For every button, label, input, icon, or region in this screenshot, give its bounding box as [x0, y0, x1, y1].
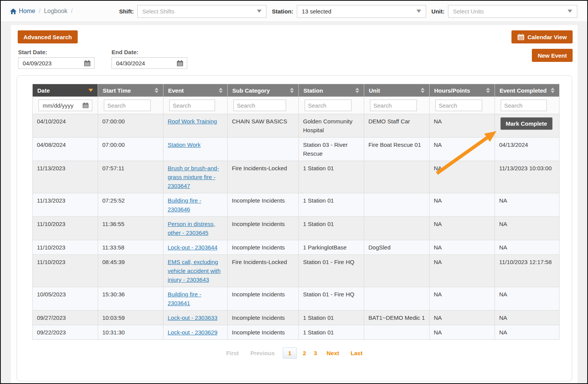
cell-start-time: 07:25:52 — [98, 193, 163, 217]
pagination-page[interactable]: 3 — [314, 350, 317, 356]
cell-event-completed: NA — [495, 325, 560, 340]
column-header-label: Start Time — [103, 87, 131, 94]
event-link[interactable]: Building fire - 2303646 — [168, 197, 202, 213]
unit-select[interactable]: Select Units — [448, 5, 577, 18]
date-filter-cell: mm/dd/yyyy — [33, 97, 98, 114]
column-search-input[interactable] — [233, 100, 286, 111]
column-search-input[interactable] — [169, 100, 215, 111]
cell-event: Lock-out - 2303629 — [163, 325, 228, 340]
shift-select[interactable]: Select Shifts — [137, 5, 267, 18]
event-link[interactable]: Building fire - 2303641 — [168, 291, 202, 306]
cell-unit — [364, 287, 430, 311]
pagination-page[interactable]: 2 — [303, 350, 306, 356]
column-header-label: Date — [37, 87, 50, 94]
logbook-page: { "breadcrumb": { "home": "Home", "secti… — [0, 0, 588, 384]
calendar-view-button[interactable]: Calendar View — [511, 30, 573, 43]
event-link[interactable]: Lock-out - 2303629 — [168, 329, 217, 336]
calendar-icon — [517, 33, 525, 40]
cell-station: 1 Station 01 — [299, 161, 364, 193]
cell-event: Station Work — [163, 138, 228, 161]
event-link[interactable]: Lock-out - 2303644 — [168, 244, 217, 251]
table-body: 04/10/202407:00:00Roof Work TrainingCHAI… — [33, 114, 560, 340]
cell-date: 04/08/2024 — [33, 138, 98, 161]
column-header-event-completed[interactable]: Event Completed — [495, 84, 560, 97]
pagination-first[interactable]: First — [226, 350, 239, 356]
breadcrumb-separator: / — [71, 8, 73, 15]
column-search-input[interactable] — [305, 100, 351, 111]
event-link[interactable]: Roof Work Training — [168, 118, 217, 125]
advanced-search-button[interactable]: Advanced Search — [18, 30, 78, 43]
column-header-label: Sub Category — [232, 87, 270, 94]
table-row: 11/10/202311:33:58Lock-out - 2303644Inco… — [33, 240, 560, 255]
sort-icon — [486, 88, 490, 93]
cell-station: Station 01 - Fire HQ — [299, 287, 364, 311]
event-link[interactable]: Lock-out - 2303633 — [168, 314, 217, 321]
unit-select-placeholder: Select Units — [453, 8, 484, 15]
unit-filter-group: Unit: Select Units — [431, 5, 577, 18]
column-header-unit[interactable]: Unit — [364, 84, 430, 97]
event-link[interactable]: Person in distress, other - 2303645 — [168, 221, 215, 236]
event-link[interactable]: Station Work — [168, 141, 201, 148]
cell-hours-points: NA — [430, 138, 495, 161]
sort-icon — [155, 88, 158, 93]
cell-start-time: 10:03:59 — [98, 311, 163, 325]
cell-unit: BAT1~DEMO Medic 1 — [364, 311, 430, 325]
table-row: 11/13/202307:57:11Brush or brush-and-gra… — [33, 161, 560, 193]
cell-start-time: 11:36:55 — [98, 217, 163, 240]
column-header-event[interactable]: Event — [163, 84, 228, 97]
chevron-down-icon — [568, 10, 572, 13]
event-link[interactable]: Brush or brush-and-grass mixture fire - … — [168, 165, 219, 189]
start-date-value: 04/09/2023 — [23, 60, 52, 66]
cell-station: 1 Station 01 — [299, 311, 364, 325]
breadcrumb-separator: / — [39, 8, 40, 15]
start-date-input[interactable]: 04/09/2023 — [18, 57, 95, 69]
date-filter-input[interactable]: mm/dd/yyyy — [38, 100, 92, 111]
column-search-input[interactable] — [501, 100, 547, 111]
station-select[interactable]: 13 selected — [297, 5, 426, 18]
cell-start-time: 10:31:30 — [98, 325, 163, 340]
breadcrumb-home-label: Home — [19, 8, 35, 15]
sort-icon — [551, 88, 555, 93]
cell-start-time: 08:45:39 — [98, 255, 163, 287]
station-label: Station: — [272, 8, 293, 15]
column-header-label: Unit — [369, 87, 380, 94]
column-header-station[interactable]: Station — [299, 84, 364, 97]
cell-hours-points: NA — [430, 114, 495, 138]
event-link[interactable]: EMS call, excluding vehicle accident wit… — [168, 259, 221, 283]
column-header-start-time[interactable]: Start Time — [98, 84, 163, 97]
table-row: 11/13/202307:25:52Building fire - 230364… — [33, 193, 560, 217]
end-date-input[interactable]: 04/30/2024 — [112, 57, 187, 69]
cell-start-time: 07:57:11 — [98, 161, 163, 193]
cell-event: Building fire - 2303641 — [163, 287, 228, 311]
pagination: FirstPrevious123NextLast — [17, 347, 572, 359]
pagination-next[interactable]: Next — [326, 350, 339, 356]
column-search-input[interactable] — [435, 100, 482, 111]
cell-event-completed: 04/13/2024 — [495, 138, 560, 161]
pagination-previous[interactable]: Previous — [250, 350, 275, 356]
cell-event: Lock-out - 2303633 — [163, 311, 228, 325]
shift-select-placeholder: Select Shifts — [142, 8, 174, 15]
column-header-sub-category[interactable]: Sub Category — [228, 84, 299, 97]
station-select-value: 13 selected — [302, 8, 331, 15]
chevron-down-icon — [257, 10, 262, 13]
cell-station: Station 03 - River Rescue — [299, 138, 364, 161]
column-header-hours-points[interactable]: Hours/Points — [430, 84, 495, 97]
sort-icon — [355, 88, 359, 93]
pagination-last[interactable]: Last — [351, 350, 363, 356]
cell-start-time: 07:00:00 — [98, 114, 163, 138]
cell-date: 04/10/2024 — [33, 114, 98, 138]
column-search-input[interactable] — [370, 100, 417, 111]
cell-unit — [364, 255, 430, 287]
mark-complete-button[interactable]: Mark Complete — [500, 117, 553, 130]
pagination-page-current[interactable]: 1 — [283, 347, 296, 359]
cell-date: 11/10/2023 — [33, 255, 98, 287]
sort-icon — [219, 88, 223, 93]
topbar-filters: Shift: Select Shifts Station: 13 selecte… — [119, 5, 577, 18]
breadcrumb-home[interactable]: Home — [10, 8, 35, 15]
table-row: 09/27/202310:03:59Lock-out - 2303633Inco… — [33, 311, 560, 325]
cell-sub-category: CHAIN SAW BASICS — [228, 114, 299, 138]
column-header-date[interactable]: Date — [33, 84, 98, 97]
cell-station: Golden Community Hospital — [299, 114, 364, 138]
column-search-input[interactable] — [104, 100, 151, 111]
new-event-button[interactable]: New Event — [532, 49, 573, 62]
